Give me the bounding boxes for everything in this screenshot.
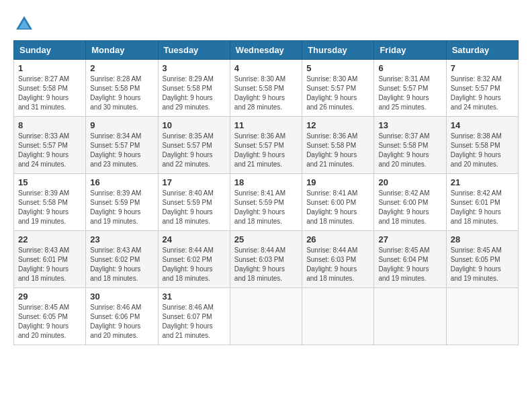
day-number: 30	[90, 291, 153, 302]
day-number: 4	[234, 63, 298, 73]
calendar-cell: 22 Sunrise: 8:43 AMSunset: 6:01 PMDaylig…	[14, 231, 86, 288]
day-number: 14	[451, 120, 514, 130]
calendar-cell: 18 Sunrise: 8:41 AMSunset: 5:59 PMDaylig…	[230, 174, 302, 231]
day-number: 24	[163, 234, 226, 244]
day-number: 17	[163, 177, 226, 187]
day-number: 1	[18, 63, 81, 73]
day-info: Sunrise: 8:34 AMSunset: 5:57 PMDaylight:…	[90, 132, 141, 168]
calendar-cell: 5 Sunrise: 8:30 AMSunset: 5:57 PMDayligh…	[302, 60, 374, 117]
logo-icon	[13, 13, 35, 35]
day-info: Sunrise: 8:44 AMSunset: 6:03 PMDaylight:…	[306, 246, 357, 282]
calendar-cell: 14 Sunrise: 8:38 AMSunset: 5:58 PMDaylig…	[446, 117, 518, 174]
day-info: Sunrise: 8:35 AMSunset: 5:57 PMDaylight:…	[163, 132, 214, 168]
calendar-cell: 7 Sunrise: 8:32 AMSunset: 5:57 PMDayligh…	[446, 60, 518, 117]
calendar-week-row: 29 Sunrise: 8:45 AMSunset: 6:05 PMDaylig…	[14, 288, 519, 345]
calendar-week-row: 1 Sunrise: 8:27 AMSunset: 5:58 PMDayligh…	[14, 60, 519, 117]
header	[13, 13, 519, 35]
calendar-cell: 23 Sunrise: 8:43 AMSunset: 6:02 PMDaylig…	[86, 231, 158, 288]
day-info: Sunrise: 8:45 AMSunset: 6:05 PMDaylight:…	[18, 304, 69, 339]
day-info: Sunrise: 8:45 AMSunset: 6:05 PMDaylight:…	[451, 246, 502, 282]
day-number: 3	[163, 63, 226, 73]
day-info: Sunrise: 8:41 AMSunset: 6:00 PMDaylight:…	[306, 189, 357, 225]
calendar-cell: 13 Sunrise: 8:37 AMSunset: 5:58 PMDaylig…	[374, 117, 446, 174]
day-number: 16	[90, 177, 153, 187]
calendar-cell: 4 Sunrise: 8:30 AMSunset: 5:58 PMDayligh…	[230, 60, 302, 117]
calendar-cell: 29 Sunrise: 8:45 AMSunset: 6:05 PMDaylig…	[14, 288, 86, 345]
calendar-cell: 6 Sunrise: 8:31 AMSunset: 5:57 PMDayligh…	[374, 60, 446, 117]
calendar-cell: 26 Sunrise: 8:44 AMSunset: 6:03 PMDaylig…	[302, 231, 374, 288]
calendar-cell: 11 Sunrise: 8:36 AMSunset: 5:57 PMDaylig…	[230, 117, 302, 174]
logo	[13, 13, 38, 35]
day-info: Sunrise: 8:29 AMSunset: 5:58 PMDaylight:…	[163, 75, 214, 111]
calendar-cell: 12 Sunrise: 8:36 AMSunset: 5:58 PMDaylig…	[302, 117, 374, 174]
day-info: Sunrise: 8:40 AMSunset: 5:59 PMDaylight:…	[163, 189, 214, 225]
column-header-sunday: Sunday	[14, 41, 86, 60]
calendar-cell: 1 Sunrise: 8:27 AMSunset: 5:58 PMDayligh…	[14, 60, 86, 117]
day-info: Sunrise: 8:28 AMSunset: 5:58 PMDaylight:…	[90, 75, 141, 111]
calendar-cell	[230, 288, 302, 345]
calendar-cell: 25 Sunrise: 8:44 AMSunset: 6:03 PMDaylig…	[230, 231, 302, 288]
calendar-cell: 8 Sunrise: 8:33 AMSunset: 5:57 PMDayligh…	[14, 117, 86, 174]
day-number: 2	[90, 63, 153, 73]
day-number: 18	[234, 177, 298, 187]
day-number: 20	[378, 177, 441, 187]
day-number: 15	[18, 177, 81, 187]
calendar-week-row: 8 Sunrise: 8:33 AMSunset: 5:57 PMDayligh…	[14, 117, 519, 174]
column-header-friday: Friday	[374, 41, 446, 60]
calendar-cell: 21 Sunrise: 8:42 AMSunset: 6:01 PMDaylig…	[446, 174, 518, 231]
day-info: Sunrise: 8:46 AMSunset: 6:07 PMDaylight:…	[163, 304, 214, 339]
day-number: 12	[306, 120, 369, 130]
day-number: 13	[378, 120, 441, 130]
day-info: Sunrise: 8:44 AMSunset: 6:02 PMDaylight:…	[163, 246, 214, 282]
day-info: Sunrise: 8:45 AMSunset: 6:04 PMDaylight:…	[378, 246, 429, 282]
day-number: 11	[234, 120, 298, 130]
day-info: Sunrise: 8:36 AMSunset: 5:57 PMDaylight:…	[234, 132, 285, 168]
day-number: 21	[451, 177, 514, 187]
calendar-cell: 28 Sunrise: 8:45 AMSunset: 6:05 PMDaylig…	[446, 231, 518, 288]
calendar-cell	[374, 288, 446, 345]
calendar-week-row: 15 Sunrise: 8:39 AMSunset: 5:58 PMDaylig…	[14, 174, 519, 231]
day-info: Sunrise: 8:37 AMSunset: 5:58 PMDaylight:…	[378, 132, 429, 168]
day-info: Sunrise: 8:36 AMSunset: 5:58 PMDaylight:…	[306, 132, 357, 168]
calendar-table: SundayMondayTuesdayWednesdayThursdayFrid…	[13, 40, 519, 345]
calendar-cell	[446, 288, 518, 345]
day-number: 9	[90, 120, 153, 130]
calendar-cell: 24 Sunrise: 8:44 AMSunset: 6:02 PMDaylig…	[158, 231, 230, 288]
column-header-monday: Monday	[86, 41, 158, 60]
day-info: Sunrise: 8:44 AMSunset: 6:03 PMDaylight:…	[234, 246, 285, 282]
day-number: 27	[378, 234, 441, 244]
day-info: Sunrise: 8:43 AMSunset: 6:01 PMDaylight:…	[18, 246, 69, 282]
day-number: 29	[18, 291, 81, 302]
day-number: 22	[18, 234, 81, 244]
day-info: Sunrise: 8:27 AMSunset: 5:58 PMDaylight:…	[18, 75, 69, 111]
calendar-cell: 20 Sunrise: 8:42 AMSunset: 6:00 PMDaylig…	[374, 174, 446, 231]
day-info: Sunrise: 8:31 AMSunset: 5:57 PMDaylight:…	[378, 75, 429, 111]
calendar-cell: 16 Sunrise: 8:39 AMSunset: 5:59 PMDaylig…	[86, 174, 158, 231]
day-number: 23	[90, 234, 153, 244]
calendar-cell: 30 Sunrise: 8:46 AMSunset: 6:06 PMDaylig…	[86, 288, 158, 345]
day-info: Sunrise: 8:42 AMSunset: 6:01 PMDaylight:…	[451, 189, 502, 225]
day-info: Sunrise: 8:39 AMSunset: 5:58 PMDaylight:…	[18, 189, 69, 225]
column-header-tuesday: Tuesday	[158, 41, 230, 60]
day-info: Sunrise: 8:33 AMSunset: 5:57 PMDaylight:…	[18, 132, 69, 168]
calendar-cell	[302, 288, 374, 345]
calendar-cell: 15 Sunrise: 8:39 AMSunset: 5:58 PMDaylig…	[14, 174, 86, 231]
day-number: 28	[451, 234, 514, 244]
day-number: 7	[451, 63, 514, 73]
day-info: Sunrise: 8:30 AMSunset: 5:58 PMDaylight:…	[234, 75, 285, 111]
day-info: Sunrise: 8:30 AMSunset: 5:57 PMDaylight:…	[306, 75, 357, 111]
day-info: Sunrise: 8:39 AMSunset: 5:59 PMDaylight:…	[90, 189, 141, 225]
column-header-wednesday: Wednesday	[230, 41, 302, 60]
day-info: Sunrise: 8:46 AMSunset: 6:06 PMDaylight:…	[90, 304, 141, 339]
calendar-cell: 31 Sunrise: 8:46 AMSunset: 6:07 PMDaylig…	[158, 288, 230, 345]
calendar-cell: 10 Sunrise: 8:35 AMSunset: 5:57 PMDaylig…	[158, 117, 230, 174]
column-header-thursday: Thursday	[302, 41, 374, 60]
day-number: 26	[306, 234, 369, 244]
day-number: 25	[234, 234, 298, 244]
day-info: Sunrise: 8:43 AMSunset: 6:02 PMDaylight:…	[90, 246, 141, 282]
day-number: 10	[163, 120, 226, 130]
day-number: 19	[306, 177, 369, 187]
calendar-header-row: SundayMondayTuesdayWednesdayThursdayFrid…	[14, 41, 519, 60]
day-info: Sunrise: 8:42 AMSunset: 6:00 PMDaylight:…	[378, 189, 429, 225]
day-number: 5	[306, 63, 369, 73]
